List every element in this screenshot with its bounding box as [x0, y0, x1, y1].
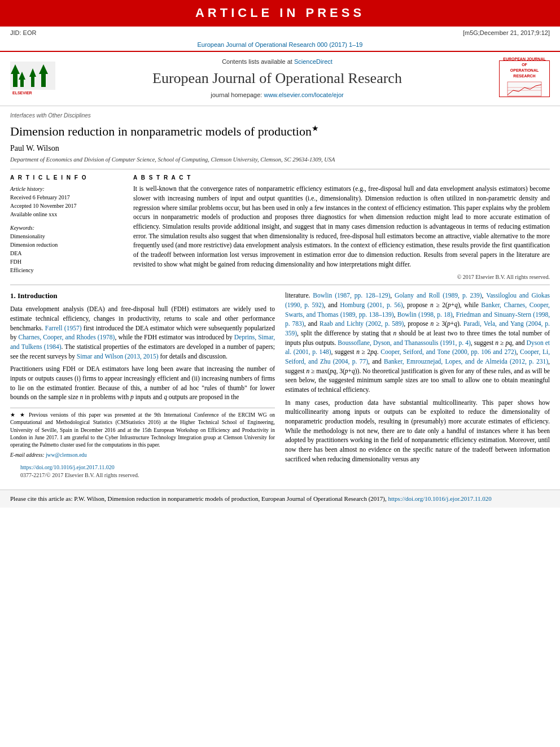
main-content: 1. Introduction Data envelopment analysi… — [10, 291, 550, 482]
simar-link[interactable]: Simar and Wilson (2013, 2015) — [77, 353, 159, 360]
jid-label: JID: EOR — [10, 29, 36, 37]
ref-label: [m5G;December 21, 2017;9:12] — [463, 29, 550, 37]
right-para-2: In many cases, production data have subs… — [285, 398, 550, 464]
contents-label: Contents lists available at — [222, 58, 292, 65]
footnote-1-text: ★ Previous versions of this paper was pr… — [10, 412, 275, 448]
article-in-press-banner: ARTICLE IN PRESS — [0, 0, 560, 27]
received-date: Received 6 February 2017 — [10, 194, 123, 202]
keyword-1: Dimensionality — [10, 233, 123, 241]
keyword-3: DEA — [10, 250, 123, 257]
citation-bar-text: Please cite this article as: P.W. Wilson… — [10, 495, 387, 502]
accepted-date: Accepted 10 November 2017 — [10, 202, 123, 210]
doi-link[interactable]: https://doi.org/10.1016/j.ejor.2017.11.0… — [20, 464, 115, 470]
right-para-1: literature. Bowlin (1987, pp. 128–129), … — [285, 291, 550, 394]
svg-text:ELSEVIER: ELSEVIER — [12, 91, 32, 95]
title-star: ★ — [312, 124, 319, 133]
cooper2000-link[interactable]: Cooper, Seiford, and Tone (2000, pp. 106… — [380, 348, 516, 355]
keyword-4: FDH — [10, 258, 123, 266]
issn-text: 0377-2217/© 2017 Elsevier B.V. All right… — [20, 471, 265, 479]
svg-rect-10 — [508, 82, 541, 96]
contents-line: Contents lists available at ScienceDirec… — [62, 58, 492, 66]
elsevier-logo-svg: ELSEVIER — [10, 62, 55, 95]
main-col-left: 1. Introduction Data envelopment analysi… — [10, 291, 275, 482]
intro-para-1: Data envelopment analysis (DEA) and free… — [10, 304, 275, 361]
citation-bar: Please cite this article as: P.W. Wilson… — [0, 490, 560, 508]
bowlin98-link[interactable]: Bowlin (1998, p. 18) — [397, 311, 453, 318]
abstract-heading: A B S T R A C T — [133, 174, 550, 182]
journal-title: European Journal of Operational Research — [62, 68, 492, 89]
email-link[interactable]: jww@clemson.edu — [46, 452, 87, 458]
article-body: Interfaces with Other Disciplines Dimens… — [0, 112, 560, 482]
article-title-text: Dimension reduction in nonparametric mod… — [10, 124, 312, 138]
article-info-abstract-section: A R T I C L E I N F O Article history: R… — [10, 174, 550, 281]
raab-link[interactable]: Raab and Lichty (2002, p. 589) — [320, 320, 404, 327]
divider-1 — [10, 169, 550, 169]
bouss-link[interactable]: Boussoflane, Dyson, and Thanassoulis (19… — [338, 339, 470, 346]
bottom-doi: https://doi.org/10.1016/j.ejor.2017.11.0… — [10, 461, 275, 482]
doi-text: European Journal of Operational Research… — [198, 41, 363, 48]
footnote-1: ★ ★ Previous versions of this paper was … — [10, 412, 275, 449]
doi-line: European Journal of Operational Research… — [0, 40, 560, 50]
keyword-2: Dimension reduction — [10, 241, 123, 249]
article-info-col: A R T I C L E I N F O Article history: R… — [10, 174, 123, 281]
golany-link[interactable]: Golany and Roll (1989, p. 239) — [395, 292, 482, 299]
copyright-line: © 2017 Elsevier B.V. All rights reserved… — [133, 273, 550, 281]
page: ARTICLE IN PRESS JID: EOR [m5G;December … — [0, 0, 560, 747]
top-meta-bar: JID: EOR [m5G;December 21, 2017;9:12] — [0, 27, 560, 40]
main-col-right: literature. Bowlin (1987, pp. 128–129), … — [285, 291, 550, 482]
svg-rect-7 — [31, 76, 34, 87]
homepage-link[interactable]: www.elsevier.com/locate/ejor — [264, 91, 343, 98]
footnote-section: ★ ★ Previous versions of this paper was … — [10, 408, 275, 459]
intro-para-2: Practitioners using FDH or DEA estimator… — [10, 364, 275, 402]
article-title: Dimension reduction in nonparametric mod… — [10, 123, 550, 141]
keywords-label: Keywords: — [10, 224, 123, 232]
journal-header-center: Contents lists available at ScienceDirec… — [62, 58, 492, 100]
footnote-star: ★ — [10, 412, 20, 418]
homepage-line: journal homepage: www.elsevier.com/locat… — [62, 91, 492, 99]
keyword-5: Efficiency — [10, 267, 123, 274]
svg-rect-5 — [41, 73, 46, 87]
abstract-col: A B S T R A C T It is well-known that th… — [133, 174, 550, 281]
journal-logo-text: EUROPEAN JOURNAL OF OPERATIONAL RESEARCH — [502, 56, 547, 100]
article-info-heading: A R T I C L E I N F O — [10, 174, 123, 182]
abstract-text: It is well-known that the convergence ra… — [133, 184, 550, 269]
section-label: Interfaces with Other Disciplines — [10, 112, 550, 120]
journal-logo-right: EUROPEAN JOURNAL OF OPERATIONAL RESEARCH — [499, 60, 550, 97]
homepage-label: journal homepage: — [211, 91, 262, 98]
divider-2 — [10, 285, 550, 285]
journal-header: ELSEVIER Contents lists available at Sci… — [0, 51, 560, 106]
homburg-link[interactable]: Homburg (2001, p. 56) — [340, 302, 403, 308]
svg-rect-3 — [20, 78, 24, 87]
footnote-email: E-mail address: jww@clemson.edu — [10, 452, 275, 459]
farrell-link[interactable]: Farrell (1957) — [45, 325, 82, 331]
available-online: Available online xxx — [10, 211, 123, 219]
bowlin87-link[interactable]: Bowlin (1987, pp. 128–129) — [313, 292, 390, 299]
banker2012-link[interactable]: Banker, Emrouznejad, Lopes, and de Almei… — [384, 358, 548, 365]
citation-bar-link[interactable]: https://doi.org/10.1016/j.ejor.2017.11.0… — [388, 495, 491, 502]
elsevier-logo: ELSEVIER — [10, 62, 55, 95]
svg-rect-1 — [13, 73, 18, 87]
sciencedirect-link[interactable]: ScienceDirect — [294, 58, 333, 65]
charnes-link[interactable]: Charnes, Cooper, and Rhodes (1978) — [19, 334, 115, 340]
intro-heading: 1. Introduction — [10, 291, 275, 301]
banner-text: ARTICLE IN PRESS — [195, 6, 365, 20]
affiliation: Department of Economics and Division of … — [10, 156, 550, 164]
history-label: Article history: — [10, 185, 123, 193]
author-name: Paul W. Wilson — [10, 143, 550, 154]
